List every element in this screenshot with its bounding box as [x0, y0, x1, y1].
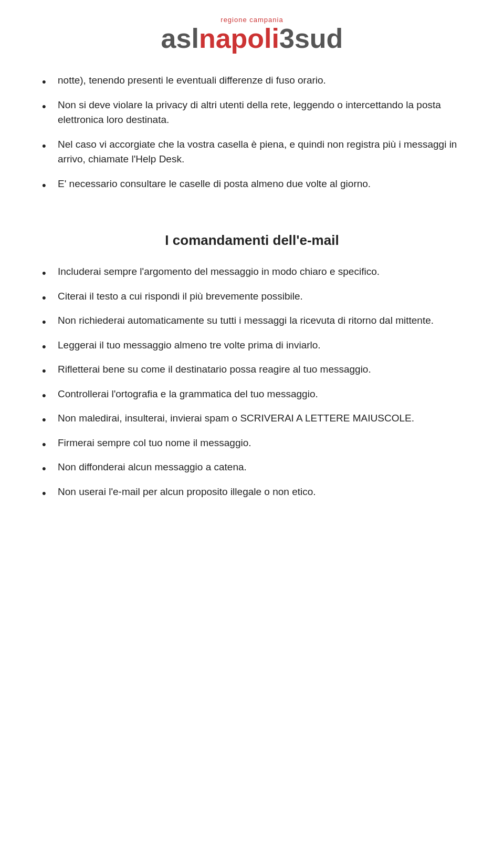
- list-item: notte), tenendo presenti le eventuali di…: [42, 73, 462, 88]
- list-item: Citerai il testo a cui rispondi il più b…: [42, 289, 462, 304]
- title-part3: 3sud: [279, 23, 343, 54]
- commandments-bullet-list: Includerai sempre l'argomento del messag…: [42, 264, 462, 499]
- list-item: Rifletterai bene su come il destinatario…: [42, 362, 462, 377]
- intro-bullet-list: notte), tenendo presenti le eventuali di…: [42, 73, 462, 191]
- header-title: aslnapoli3sud: [32, 25, 472, 52]
- list-item: E' necessario consultare le caselle di p…: [42, 177, 462, 192]
- list-item: Non richiederai automaticamente su tutti…: [42, 313, 462, 328]
- header-subtitle: regione campania: [32, 16, 472, 24]
- commandments-section: Includerai sempre l'argomento del messag…: [32, 264, 472, 499]
- commandments-title: I comandamenti dell'e-mail: [32, 232, 472, 249]
- list-item: Leggerai il tuo messaggio almeno tre vol…: [42, 338, 462, 353]
- intro-section: notte), tenendo presenti le eventuali di…: [32, 73, 472, 191]
- spacer: [32, 201, 472, 211]
- title-part2: napoli: [199, 23, 279, 54]
- list-item: Non si deve violare la privacy di altri …: [42, 98, 462, 128]
- list-item: Firmerai sempre col tuo nome il messaggi…: [42, 436, 462, 451]
- list-item: Controllerai l'ortografia e la grammatic…: [42, 387, 462, 402]
- list-item: Includerai sempre l'argomento del messag…: [42, 264, 462, 280]
- list-item: Non userai l'e-mail per alcun proposito …: [42, 485, 462, 500]
- list-item: Non maledirai, insulterai, invierai spam…: [42, 411, 462, 426]
- page-container: regione campania aslnapoli3sud notte), t…: [0, 0, 504, 865]
- list-item: Nel caso vi accorgiate che la vostra cas…: [42, 137, 462, 167]
- title-part1: asl: [161, 23, 199, 54]
- list-item: Non diffonderai alcun messaggio a catena…: [42, 460, 462, 475]
- header: regione campania aslnapoli3sud: [32, 16, 472, 57]
